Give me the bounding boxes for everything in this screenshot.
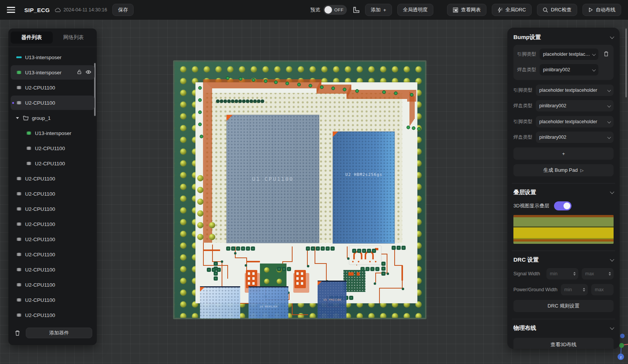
component-list-item[interactable]: U2-CPU1100	[11, 187, 94, 201]
chevron-down-icon[interactable]	[610, 325, 614, 329]
die-u2-label: U2 HBM2s256gs	[345, 172, 382, 177]
stackup-3d-toggle[interactable]	[554, 201, 571, 210]
power-width-min-input[interactable]	[564, 287, 581, 292]
pad-type-select[interactable]: pinlibrary002	[536, 132, 614, 143]
component-list-item[interactable]: U13-intersposer	[11, 126, 94, 140]
component-list-item[interactable]: U2-CPU1100	[11, 217, 94, 231]
component-label: U13-intersposer	[35, 130, 91, 136]
component-label: U2-CPU1100	[25, 221, 91, 227]
save-button[interactable]: 保存	[112, 4, 134, 16]
chip-cyan-icon	[16, 54, 22, 60]
die-u1[interactable]: U1 CPU1100	[227, 115, 319, 243]
component-list-item[interactable]: U2-CPU1100	[11, 262, 94, 277]
power-width-max-field[interactable]	[591, 284, 614, 295]
auto-route-button[interactable]: 自动布线	[582, 4, 621, 16]
global-opacity-button[interactable]: 全局透明度	[397, 4, 433, 16]
die-u1-label: U1 CPU1100	[252, 176, 293, 182]
caret-down-icon[interactable]	[16, 117, 19, 119]
component-list-item[interactable]: U13-intersposer	[11, 50, 94, 64]
chip-gray-icon	[26, 160, 32, 166]
preview-toggle[interactable]: OFF	[323, 5, 347, 15]
chip-gray-icon	[16, 282, 22, 288]
component-label: U13-intersposer	[25, 70, 74, 75]
measure-ruler-button[interactable]	[352, 6, 360, 14]
component-label: U2-CPU1100	[25, 252, 91, 257]
generate-bump-pad-button[interactable]: 生成 Bump Pad ▷	[513, 164, 614, 176]
component-list-item[interactable]: U2-CPU1100	[11, 293, 94, 307]
chevron-down-icon	[607, 104, 611, 107]
component-list-item[interactable]: group_1	[11, 111, 94, 125]
add-component-button[interactable]: 添加器件	[26, 328, 92, 338]
pin-type-select[interactable]: placeholder textplaceholder	[540, 49, 598, 60]
tab-net-list[interactable]: 网络列表	[53, 31, 95, 44]
component-list-item[interactable]: U2-CPU1100	[11, 278, 94, 292]
pad-type-select[interactable]: pinlibrary002	[536, 100, 614, 111]
die-u2[interactable]: U2 HBM2s256gs	[333, 132, 395, 243]
view-netlist-button[interactable]: 查看网表	[447, 4, 486, 16]
pad-type-select[interactable]: pinlibrary002	[540, 64, 598, 75]
component-list-item[interactable]: U2-CPU1100	[11, 171, 94, 186]
signal-width-max-input[interactable]	[585, 271, 607, 276]
stepper-arrows[interactable]	[583, 288, 585, 292]
component-list-item[interactable]: U2-CPU1100	[11, 96, 94, 110]
component-list-item[interactable]: U2-CPU1100	[11, 308, 94, 322]
global-drc-button[interactable]: 全局DRC	[492, 4, 532, 16]
component-list-item[interactable]: U13-intersposer	[11, 65, 94, 80]
component-list-item[interactable]: U2-CPU1100	[11, 141, 94, 155]
die-u3[interactable]	[200, 286, 240, 318]
pin-type-select[interactable]: placeholder textplaceholder	[536, 116, 614, 127]
sidebar-tabs: 器件列表 网络列表	[8, 28, 97, 47]
layer-stack-preview[interactable]	[513, 215, 614, 244]
delete-component-button[interactable]	[14, 330, 20, 336]
save-status: 2024-04-11 14:30:16	[55, 7, 107, 13]
chip-gray-icon	[16, 191, 22, 197]
power-width-min-field[interactable]	[561, 284, 588, 295]
chevron-down-icon[interactable]	[610, 35, 614, 39]
delete-bump-group-button[interactable]	[603, 51, 609, 58]
die-u4[interactable]: U4 MEM5264	[249, 286, 288, 318]
eye-icon[interactable]	[85, 70, 91, 75]
bump-group: 引脚类型 placeholder textplaceholder 焊盘类型 pi…	[513, 85, 614, 111]
component-list-item[interactable]: U2-CPU1100	[11, 156, 94, 171]
tab-component-list[interactable]: 器件列表	[11, 31, 53, 44]
signal-width-max-field[interactable]	[582, 268, 614, 279]
component-list: U13-intersposer U13-intersposer U2-CPU11…	[8, 47, 97, 323]
stepper-arrows[interactable]	[573, 272, 576, 276]
pin-type-select[interactable]: placeholder textplaceholder	[536, 85, 614, 96]
component-list-item[interactable]: U2-CPU1100	[11, 202, 94, 216]
preview-state: OFF	[334, 8, 344, 12]
chevron-down-icon[interactable]	[610, 257, 614, 261]
add-button[interactable]: 添加+	[365, 4, 392, 16]
drc-check-button[interactable]: DRC检查	[537, 4, 577, 16]
axis-origin-ball	[619, 343, 624, 348]
bump-group: 引脚类型 placeholder textplaceholder 焊盘类型 pi…	[513, 116, 614, 143]
signal-width-min-field[interactable]	[546, 268, 578, 279]
signal-width-min-input[interactable]	[550, 271, 572, 276]
drc-rules-button[interactable]: DRC 规则设置	[513, 300, 614, 312]
die-u5[interactable]: U5 PMU3300	[318, 281, 346, 318]
preview-label: 预览	[310, 6, 320, 13]
component-list-item[interactable]: U2-CPU1100	[11, 247, 94, 262]
pin-type-label: 引脚类型	[513, 87, 532, 94]
component-list-item[interactable]: U2-CPU1100	[11, 80, 94, 95]
physical-routing-title: 物理布线	[513, 325, 536, 332]
component-list-item[interactable]: U2-CPU1100	[11, 232, 94, 246]
component-label: U2-CPU1100	[35, 161, 91, 166]
chevron-down-icon[interactable]	[610, 190, 614, 194]
chip-green-icon	[16, 69, 22, 75]
top-toolbar: SIP_ECG 2024-04-11 14:30:16 保存 预览 OFF 添加…	[0, 0, 628, 20]
page-scrollbar[interactable]	[625, 28, 627, 97]
chevron-down-icon	[592, 67, 595, 71]
pin-type-label: 引脚类型	[517, 51, 536, 58]
component-green-block[interactable]	[260, 264, 286, 287]
die-u5-label: U5 PMU3300	[323, 298, 341, 301]
add-bump-group-button[interactable]: +	[513, 147, 614, 160]
power-width-max-input[interactable]	[595, 287, 611, 292]
component-label: U2-CPU1100	[25, 237, 91, 242]
unlock-icon[interactable]	[77, 69, 82, 76]
menu-icon[interactable]	[7, 7, 15, 13]
component-white-box	[349, 246, 381, 265]
pad-type-label: 焊盘类型	[513, 103, 532, 109]
stepper-arrows[interactable]	[609, 272, 611, 276]
view-3d-routing-button[interactable]: 查看3D布线	[513, 338, 614, 349]
